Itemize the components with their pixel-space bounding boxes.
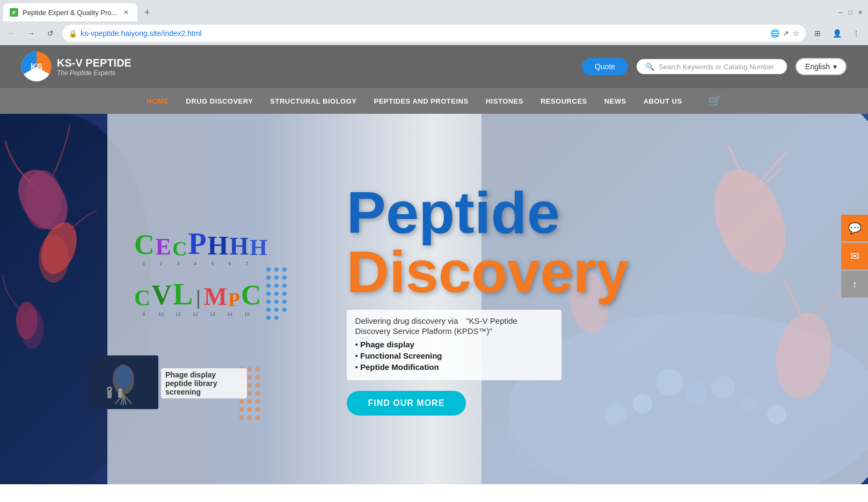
svg-point-58 [247, 416, 252, 420]
float-contact: 💬 ✉ ↑ [841, 215, 868, 297]
logo-area: KS KS-V PEPTIDE The Peptide Experts [21, 52, 132, 82]
hero-title-discovery: Discovery [347, 242, 629, 301]
phage-thumbnail [89, 355, 158, 409]
forward-button[interactable]: → [24, 26, 39, 41]
svg-point-40 [247, 367, 252, 372]
svg-point-29 [274, 292, 279, 296]
svg-point-6 [20, 308, 44, 349]
bookmark-icon[interactable]: ☆ [792, 29, 799, 38]
nav-item-resources[interactable]: RESOURCES [541, 97, 587, 105]
email-button[interactable]: ✉ [841, 243, 868, 270]
svg-point-21 [282, 267, 287, 272]
menu-button[interactable]: ⋮ [849, 26, 864, 41]
find-more-button[interactable]: FIND OUR MORE [347, 391, 466, 416]
website: KS KS-V PEPTIDE The Peptide Experts Quot… [0, 45, 868, 484]
bullet-phage: Phage display [355, 340, 553, 349]
lang-label: English [805, 62, 830, 71]
nav-item-drug-discovery[interactable]: DRUG DISCOVERY [186, 97, 253, 105]
search-bar[interactable]: 🔍 Search Keywords or Catalog Number [637, 59, 787, 74]
language-selector[interactable]: English ▾ [796, 58, 847, 75]
svg-point-4 [24, 170, 62, 229]
svg-text:P: P [12, 10, 16, 16]
svg-point-38 [274, 316, 279, 320]
svg-point-46 [247, 383, 252, 388]
back-button[interactable]: ← [4, 26, 19, 41]
hero-section: C E C P H H H 1 2 3 4 5 6 7 C V L [0, 114, 868, 484]
svg-point-24 [282, 275, 287, 280]
svg-point-20 [274, 267, 279, 272]
hero-bullets: Phage display Functional Screening Pepti… [355, 340, 553, 372]
chevron-down-icon: ▾ [833, 62, 837, 71]
minimize-button[interactable]: ─ [837, 9, 844, 16]
svg-point-36 [282, 308, 287, 312]
nav-item-histones[interactable]: HISTONES [486, 97, 523, 105]
address-bar[interactable]: 🔒 ks-vpeptide.haiyong.site/index2.html 🌐… [62, 25, 806, 42]
company-name: KS-V PEPTIDE [57, 57, 132, 69]
browser-chrome: P Peptide Expert & Quality Pro... ✕ + ─ … [0, 0, 868, 45]
svg-point-49 [247, 391, 252, 396]
extensions-button[interactable]: ⊞ [810, 26, 825, 41]
hero-title-peptide: Peptide [347, 183, 560, 242]
tab-close-button[interactable]: ✕ [121, 8, 131, 17]
nav-item-news[interactable]: NEWS [604, 97, 626, 105]
lock-icon: 🔒 [69, 30, 77, 38]
svg-point-54 [239, 408, 244, 412]
share-icon[interactable]: ↗ [783, 29, 789, 38]
svg-point-35 [274, 308, 279, 312]
svg-point-44 [256, 375, 260, 380]
svg-point-27 [282, 283, 287, 288]
new-tab-button[interactable]: + [140, 5, 155, 20]
email-icon: ✉ [850, 250, 859, 263]
nav-item-home[interactable]: HOME [147, 97, 169, 105]
svg-point-57 [239, 416, 244, 420]
bullet-screening: Functional Screening [355, 351, 553, 360]
quote-button[interactable]: Quote [582, 58, 628, 75]
svg-point-26 [274, 283, 279, 288]
phage-label: Phage display peptide library screening [161, 368, 247, 398]
svg-point-67 [115, 365, 132, 389]
svg-point-53 [256, 399, 260, 404]
svg-point-72 [118, 388, 122, 392]
translate-icon[interactable]: 🌐 [770, 29, 779, 38]
nav-item-peptides-proteins[interactable]: PEPTIDES AND PROTEINS [374, 97, 469, 105]
tab-bar: P Peptide Expert & Quality Pro... ✕ + ─ … [0, 0, 868, 21]
hero-content: Peptide Discovery Delivering drug discov… [315, 183, 661, 416]
svg-point-47 [256, 383, 260, 388]
whatsapp-button[interactable]: 💬 [841, 215, 868, 242]
nav-item-structural-biology[interactable]: STRUCTURAL BIOLOGY [270, 97, 356, 105]
active-tab[interactable]: P Peptide Expert & Quality Pro... ✕ [3, 3, 137, 21]
svg-point-30 [282, 292, 287, 296]
svg-point-23 [274, 275, 279, 280]
tagline: The Peptide Experts [57, 69, 132, 77]
profile-button[interactable]: 👤 [829, 26, 844, 41]
nav-item-about-us[interactable]: ABOUT US [644, 97, 682, 105]
svg-point-59 [256, 416, 260, 420]
scroll-top-button[interactable]: ↑ [841, 271, 868, 297]
site-header: KS KS-V PEPTIDE The Peptide Experts Quot… [0, 45, 868, 88]
svg-point-56 [256, 408, 260, 412]
svg-point-55 [247, 408, 252, 412]
cart-icon[interactable]: 🛒 [708, 94, 721, 107]
svg-point-51 [239, 399, 244, 404]
window-controls: ─ □ ✕ [837, 9, 868, 16]
bullet-modification: Peptide Modification [355, 362, 553, 372]
hero-description-text: Delivering drug discovery via "KS-V Pept… [355, 316, 553, 336]
search-placeholder: Search Keywords or Catalog Number [659, 63, 774, 71]
header-right: Quote 🔍 Search Keywords or Catalog Numbe… [582, 58, 847, 75]
main-nav: HOME DRUG DISCOVERY STRUCTURAL BIOLOGY P… [0, 88, 868, 114]
whatsapp-icon: 💬 [848, 222, 862, 235]
maximize-button[interactable]: □ [847, 9, 854, 16]
svg-point-43 [247, 375, 252, 380]
search-icon: 🔍 [645, 62, 654, 71]
reload-button[interactable]: ↺ [43, 26, 58, 41]
svg-point-70 [108, 388, 111, 390]
svg-point-52 [247, 399, 252, 404]
logo-icon: KS [21, 52, 52, 82]
tab-favicon: P [10, 8, 18, 17]
hero-description: Delivering drug discovery via "KS-V Pept… [347, 310, 561, 380]
close-window-button[interactable]: ✕ [856, 9, 864, 16]
address-bar-row: ← → ↺ 🔒 ks-vpeptide.haiyong.site/index2.… [0, 21, 868, 45]
dot-pattern-top [263, 264, 317, 331]
svg-point-33 [282, 300, 287, 304]
sequence-logo: C E C P H H H 1 2 3 4 5 6 7 C V L [134, 221, 267, 317]
